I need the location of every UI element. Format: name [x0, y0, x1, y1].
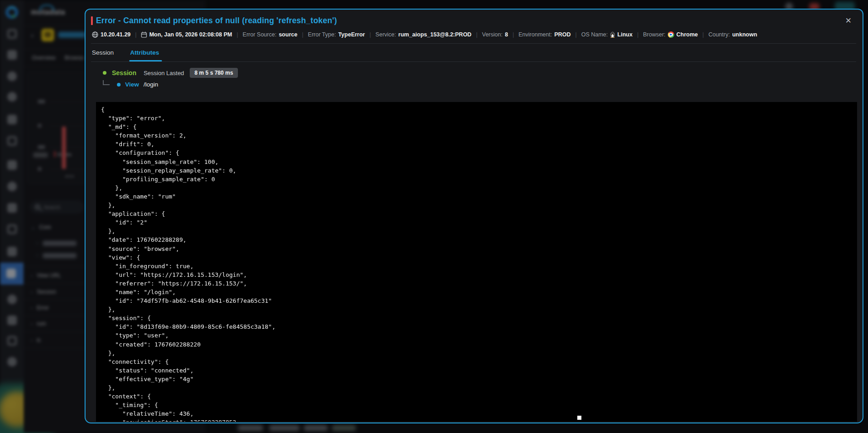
meta-error-source: Error Source: source: [242, 31, 297, 38]
meta-datetime: Mon, Jan 05, 2026 02:08:08 PM: [141, 31, 232, 38]
view-node-dot: [117, 83, 121, 87]
linux-penguin-icon: [610, 32, 615, 38]
meta-os-name: OS Name: Linux: [581, 31, 633, 38]
modal-title: Error - Cannot read properties of null (…: [96, 16, 337, 25]
attributes-json-viewer[interactable]: { "type": "error", "_md": { "format_vers…: [96, 102, 857, 422]
globe-icon: [92, 31, 98, 38]
meta-environment: Environment: PROD: [519, 31, 571, 38]
session-tree-root[interactable]: Session Session Lasted 8 m 5 s 780 ms: [103, 68, 856, 78]
tree-connector: [103, 80, 110, 85]
tab-attributes[interactable]: Attributes: [130, 49, 159, 61]
calendar-icon: [141, 31, 147, 38]
error-accent-bar: [91, 16, 93, 25]
meta-browser: Browser: Chrome: [643, 31, 698, 38]
detail-tabs: Session Attributes: [92, 49, 856, 61]
meta-error-type: Error Type: TypeError: [308, 31, 365, 38]
meta-country: Country: unknown: [708, 31, 757, 38]
close-icon[interactable]: ✕: [841, 14, 856, 27]
header-divider: [91, 43, 856, 44]
meta-service: Service: rum_aiops_153@8.2:PROD: [375, 31, 471, 38]
meta-version: Version: 8: [482, 31, 508, 38]
tab-session[interactable]: Session: [92, 49, 114, 61]
meta-ip: 10.20.41.29: [92, 31, 131, 38]
attributes-json: { "type": "error", "_md": { "format_vers…: [96, 102, 857, 422]
error-meta-row: 10.20.41.29 | Mon, Jan 05, 2026 02:08:08…: [92, 31, 856, 38]
cursor-artifact: [577, 416, 581, 420]
session-status-dot: [103, 71, 106, 75]
chrome-icon: [668, 31, 674, 38]
tabs-divider: [91, 61, 856, 62]
view-tree-node[interactable]: View /login: [103, 81, 856, 88]
session-duration-badge: 8 m 5 s 780 ms: [190, 68, 238, 78]
error-detail-modal: Error - Cannot read properties of null (…: [85, 9, 863, 423]
